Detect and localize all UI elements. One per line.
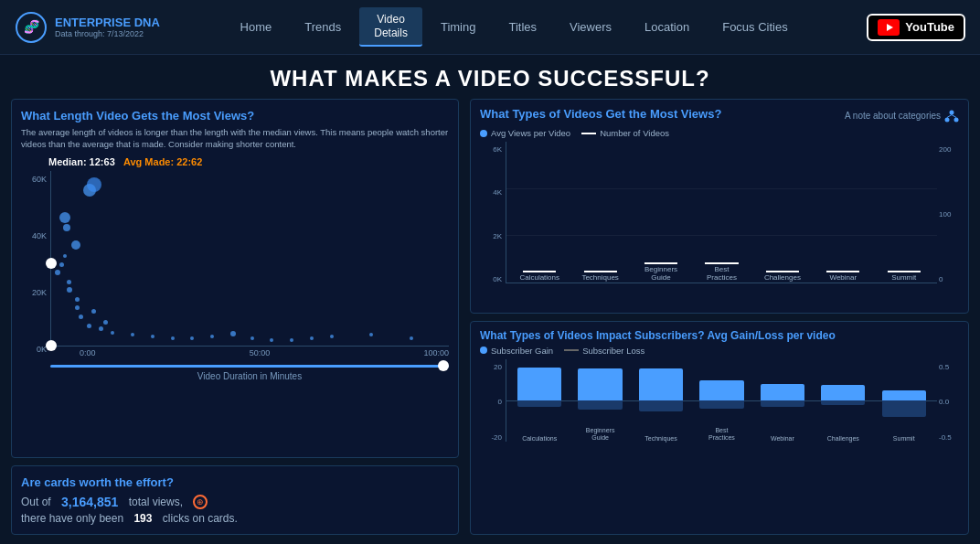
left-panel: What Length Video Gets the Most Views? T…	[11, 99, 459, 535]
scatter-dot	[67, 287, 72, 293]
sub-label-web: Webinar	[771, 435, 794, 442]
stat-row-1: Out of 3,164,851 total views, ⊕	[21, 495, 449, 509]
logo-subtitle: Data through: 7/13/2022	[55, 29, 160, 38]
y-6k: 6K	[493, 145, 502, 154]
svg-line-7	[952, 114, 956, 117]
sy-20: 20	[494, 363, 502, 371]
bar-beginners: BeginnersGuide	[632, 263, 690, 283]
sy-right-n0.5: -0.5	[939, 433, 952, 442]
sub-bar-challenges: Challenges	[814, 359, 872, 442]
sub-bar-beginners: BeginnersGuide	[570, 359, 629, 442]
scatter-dot	[230, 331, 236, 336]
sub-neg-sum	[882, 400, 926, 417]
scatter-dot	[369, 333, 373, 336]
info-icon[interactable]: ⊕	[193, 495, 208, 509]
nav-viewers[interactable]: Viewers	[555, 15, 626, 39]
bar-web-marker	[826, 271, 859, 272]
nav-home[interactable]: Home	[226, 15, 287, 39]
scatter-dot	[290, 338, 293, 342]
scatter-dot	[171, 336, 175, 340]
page-title-area: WHAT MAKES A VIDEO SUCCESSFUL?	[0, 55, 980, 99]
y-0k: 0K	[493, 275, 502, 283]
bar-tech-marker	[584, 271, 617, 272]
bar-tech-label: Techniques	[581, 273, 618, 283]
sy-0: 0	[498, 398, 502, 406]
x-label-100: 100:00	[423, 348, 449, 357]
sub-bar-calculations: Calculations	[510, 359, 569, 442]
bar-beg-marker	[644, 262, 677, 264]
svg-marker-2	[887, 24, 893, 31]
sub-neg-bp	[699, 400, 743, 410]
svg-text:🧬: 🧬	[24, 19, 40, 35]
nav-video-details[interactable]: VideoDetails	[359, 7, 422, 47]
scatter-dot	[67, 280, 71, 284]
avg-value: Avg Made: 22:62	[123, 156, 202, 167]
median-label: Median: 12:63 Avg Made: 22:62	[48, 156, 449, 167]
scatter-dot	[250, 336, 254, 340]
sub-neg-beg	[578, 400, 622, 411]
bar-techniques: Techniques	[570, 272, 629, 283]
sub-y-axis-right: 0.5 0.0 -0.5	[937, 359, 959, 442]
bar-chal-marker	[766, 271, 799, 272]
x-label-50: 50:00	[250, 348, 271, 357]
cards-stats: Out of 3,164,851 total views, ⊕ there ha…	[21, 495, 449, 525]
scatter-dot	[210, 335, 214, 338]
slider-area: Video Duration in Minutes	[50, 357, 449, 381]
youtube-label: YouTube	[905, 20, 954, 34]
scatter-dot	[103, 320, 108, 325]
right-panel: What Types of Videos Get the Most Views?…	[470, 99, 969, 535]
grid-line	[506, 235, 937, 236]
svg-point-5	[954, 117, 959, 122]
logo-icon: 🧬	[15, 11, 48, 44]
bar-chal-label: Challenges	[764, 273, 801, 283]
y-label-60k: 60K	[32, 175, 47, 184]
svg-point-3	[950, 110, 954, 114]
scatter-dot	[75, 297, 80, 302]
scatter-desc: The average length of videos is longer t…	[21, 126, 449, 151]
sub-pos-chal	[821, 385, 865, 400]
cards-section: Are cards worth the effort? Out of 3,164…	[11, 465, 459, 535]
nav-trends[interactable]: Trends	[290, 15, 356, 39]
nav-focus-cities[interactable]: Focus Cities	[708, 15, 803, 39]
card-clicks: 193	[133, 512, 152, 525]
x-label-0: 0:00	[80, 348, 96, 357]
scatter-dot	[410, 336, 413, 340]
nav-titles[interactable]: Titles	[494, 15, 551, 39]
scatter-dot	[91, 309, 96, 314]
sub-label-calc: Calculations	[522, 435, 557, 442]
legend-loss: Subscriber Loss	[564, 346, 644, 356]
scatter-dot	[330, 335, 334, 338]
bar-bp-label: BestPractices	[707, 265, 737, 283]
sub-label-bp: BestPractices	[708, 427, 735, 441]
views-chart-legend: Avg Views per Video Number of Videos	[480, 128, 959, 138]
sub-pos-sum	[882, 390, 926, 400]
scatter-dot	[310, 336, 314, 340]
legend-num-videos: Number of Videos	[581, 128, 669, 138]
scatter-dot	[87, 324, 91, 328]
svg-point-4	[945, 117, 950, 122]
stat-suffix-1: total views,	[129, 496, 183, 508]
categories-icon[interactable]	[944, 109, 959, 123]
scatter-dot	[63, 254, 67, 258]
scatter-dot	[71, 240, 80, 250]
scatter-dot	[111, 331, 114, 335]
bar-challenges: Challenges	[753, 272, 812, 283]
y-2k: 2K	[493, 232, 502, 240]
sub-bar-techniques: Techniques	[632, 359, 690, 442]
sy-right-0.5: 0.5	[939, 363, 949, 371]
scatter-dot	[131, 333, 134, 336]
youtube-icon	[878, 19, 900, 36]
scatter-section: What Length Video Gets the Most Views? T…	[11, 99, 459, 458]
nav-timing[interactable]: Timing	[426, 15, 491, 39]
stat-prefix-2: there have only been	[21, 512, 123, 525]
sub-pos-web	[761, 384, 804, 400]
nav-location[interactable]: Location	[630, 15, 704, 39]
youtube-button[interactable]: YouTube	[867, 14, 965, 41]
stat-row-2: there have only been 193 clicks on cards…	[21, 512, 449, 525]
bar-best-practices: BestPractices	[692, 263, 751, 283]
logo-text: ENTERPRISE DNA Data through: 7/13/2022	[55, 16, 160, 39]
sub-label-chal: Challenges	[827, 435, 859, 442]
legend-gain-label: Subscriber Gain	[491, 346, 553, 356]
scatter-dot	[99, 326, 103, 331]
duration-slider[interactable]	[50, 365, 449, 368]
